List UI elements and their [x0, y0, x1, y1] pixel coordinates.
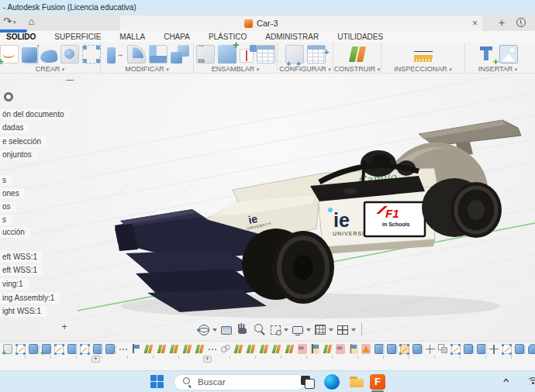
combine-icon[interactable]	[195, 344, 205, 354]
timeline-group-expander[interactable]: +	[203, 356, 212, 363]
configure-box-icon[interactable]	[285, 45, 304, 64]
lookat-icon[interactable]	[221, 326, 232, 335]
browser-add-button[interactable]: +	[40, 321, 88, 335]
browser-tree-item[interactable]: ón del documento	[0, 109, 70, 120]
browser-tree-item[interactable]: ucción	[0, 227, 30, 238]
sketch-warn-icon[interactable]	[400, 344, 409, 354]
group-label-construir[interactable]: CONSTRUIR ▾	[334, 65, 381, 73]
wifi-icon[interactable]	[527, 377, 535, 387]
extrude-icon[interactable]	[477, 344, 486, 354]
zoom-icon[interactable]	[254, 323, 266, 335]
combine-icon[interactable]	[170, 344, 179, 354]
extrude-icon[interactable]	[515, 344, 524, 354]
pan-icon[interactable]	[236, 323, 249, 335]
viewports-icon[interactable]	[337, 325, 348, 335]
search-input[interactable]	[198, 377, 283, 387]
extrude-icon[interactable]	[93, 344, 102, 354]
link-err-icon[interactable]	[336, 344, 345, 354]
combine-icon[interactable]	[233, 344, 243, 354]
construction-planes-icon[interactable]	[348, 45, 367, 64]
orbit-icon[interactable]	[198, 325, 209, 335]
ribbon-tab[interactable]: MALLA	[119, 33, 145, 41]
browser-tree-item[interactable]: s	[0, 215, 12, 225]
caret-icon[interactable]	[306, 323, 312, 335]
ribbon-tab[interactable]: SOLIDO	[6, 33, 36, 41]
extrude-icon[interactable]	[105, 344, 115, 354]
fusion-app-icon[interactable]: F	[370, 374, 385, 390]
sweep-icon[interactable]	[39, 49, 57, 64]
sketch-cut-icon[interactable]	[0, 45, 19, 64]
body-add-icon[interactable]	[42, 344, 51, 354]
fillet-icon[interactable]	[127, 45, 146, 64]
display-icon[interactable]	[292, 326, 303, 334]
combine-icon[interactable]	[144, 344, 154, 354]
edge-browser-icon[interactable]	[324, 374, 340, 390]
caret-icon[interactable]	[329, 323, 334, 335]
insert-image-icon[interactable]	[499, 45, 518, 64]
hole-icon[interactable]	[60, 45, 79, 64]
extrude-icon[interactable]	[412, 344, 422, 354]
close-tab-icon[interactable]: ×	[472, 18, 478, 29]
ribbon-tab[interactable]: ADMINISTRAR	[265, 33, 319, 41]
extrude-icon[interactable]	[22, 47, 37, 63]
circpat-icon[interactable]	[221, 344, 230, 354]
caret-icon[interactable]	[351, 323, 357, 335]
redo-caret-icon[interactable]: ▾	[13, 19, 16, 26]
revolve-icon[interactable]	[528, 344, 535, 354]
browser-tree-item[interactable]: dadas	[0, 122, 29, 133]
group-label-modificar[interactable]: MODIFICAR ▾	[125, 65, 169, 73]
comp-add-icon[interactable]	[3, 344, 12, 354]
combine-bodies-icon[interactable]	[171, 45, 189, 64]
flag-icon[interactable]	[131, 344, 140, 354]
new-component-icon[interactable]	[218, 45, 236, 64]
configure-table-icon[interactable]	[307, 45, 326, 64]
combine-icon[interactable]	[182, 344, 192, 354]
link-err-icon[interactable]	[298, 344, 307, 354]
taskbar-search[interactable]	[174, 374, 305, 390]
ribbon-tab[interactable]: PLÁSTICO	[209, 33, 247, 41]
combine-icon[interactable]	[259, 344, 268, 354]
home-icon[interactable]: ⌂	[28, 15, 34, 27]
move-icon[interactable]	[426, 344, 435, 354]
sketch-icon[interactable]	[16, 344, 26, 354]
browser-tree-item[interactable]: ight WSS:1	[0, 306, 47, 317]
new-tab-button[interactable]: +	[495, 16, 508, 29]
fit-icon[interactable]	[271, 325, 281, 335]
browser-tree-item[interactable]: ones	[0, 188, 25, 199]
file-explorer-icon[interactable]	[349, 374, 364, 390]
joint-icon[interactable]	[240, 49, 254, 63]
redo-icon[interactable]: ↷	[3, 15, 12, 27]
sketch-icon[interactable]	[80, 344, 89, 354]
browser-tree-item[interactable]: s	[0, 175, 12, 186]
tri-err-icon[interactable]	[361, 344, 371, 354]
tray-chevron-icon[interactable]: ^	[503, 377, 509, 385]
extrude-icon[interactable]	[387, 344, 396, 354]
start-button-icon[interactable]	[150, 375, 164, 389]
timeline-group-expander[interactable]: +	[91, 356, 100, 363]
corner-icon[interactable]	[149, 45, 167, 64]
browser-collapse-button[interactable]: —	[54, 75, 85, 86]
browser-tree-item[interactable]: e selección	[0, 136, 47, 147]
dots-icon[interactable]	[208, 344, 217, 354]
document-tab[interactable]: Car-3 ×	[120, 15, 482, 31]
press-pull-icon[interactable]	[107, 47, 116, 64]
sketch-icon[interactable]	[54, 344, 64, 354]
ribbon-tab[interactable]: CHAPA	[164, 33, 190, 41]
ribbon-tab[interactable]: UTILIDADES	[337, 33, 383, 41]
browser-tree-item[interactable]: os	[0, 201, 16, 212]
caret-icon[interactable]	[212, 323, 218, 335]
viewport-canvas[interactable]: Camilo ie UNIVERSITY F1 in Schools ie UN…	[0, 74, 535, 341]
task-view-icon[interactable]	[299, 374, 315, 390]
move-icon[interactable]	[489, 344, 499, 354]
copy-icon[interactable]	[438, 344, 447, 354]
combine-icon[interactable]	[157, 344, 166, 354]
timeline-track[interactable]: + +	[0, 356, 535, 363]
flag-warn-icon[interactable]	[349, 344, 358, 354]
front-wheel[interactable]	[242, 229, 334, 304]
extrude-icon[interactable]	[374, 344, 384, 354]
extrude-icon[interactable]	[464, 344, 473, 354]
combine-icon[interactable]	[323, 344, 333, 354]
browser-tree-item[interactable]: eft WSS:1	[0, 252, 43, 263]
caret-icon[interactable]	[284, 323, 289, 335]
measure-icon[interactable]	[414, 55, 433, 62]
